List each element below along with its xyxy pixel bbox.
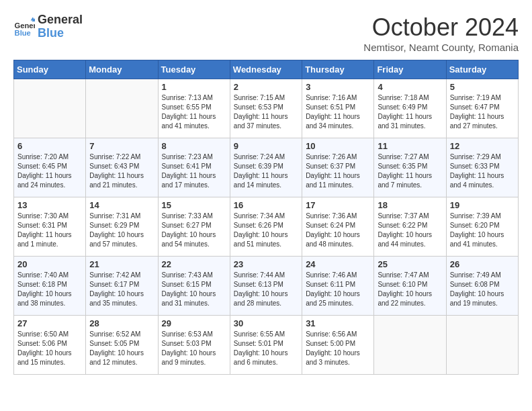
day-info: Sunrise: 7:36 AM Sunset: 6:24 PM Dayligh… (306, 212, 370, 249)
svg-text:General: General (15, 21, 35, 29)
calendar-week-1: 1Sunrise: 7:13 AM Sunset: 6:55 PM Daylig… (14, 79, 519, 138)
calendar-cell: 13Sunrise: 7:30 AM Sunset: 6:31 PM Dayli… (14, 197, 86, 257)
calendar-cell: 7Sunrise: 7:22 AM Sunset: 6:43 PM Daylig… (86, 138, 158, 197)
calendar-header-thursday: Thursday (302, 60, 374, 79)
day-info: Sunrise: 6:52 AM Sunset: 5:05 PM Dayligh… (89, 330, 154, 367)
day-number: 23 (234, 259, 298, 269)
day-number: 30 (234, 318, 298, 328)
calendar-cell: 17Sunrise: 7:36 AM Sunset: 6:24 PM Dayli… (302, 197, 374, 257)
day-number: 4 (378, 82, 442, 92)
day-info: Sunrise: 6:56 AM Sunset: 5:00 PM Dayligh… (306, 330, 370, 367)
day-number: 16 (234, 200, 298, 210)
day-info: Sunrise: 7:20 AM Sunset: 6:45 PM Dayligh… (17, 152, 82, 190)
calendar-cell: 4Sunrise: 7:18 AM Sunset: 6:49 PM Daylig… (374, 79, 446, 138)
logo-blue: Blue (38, 27, 83, 40)
calendar-header-sunday: Sunday (14, 60, 86, 79)
day-number: 5 (450, 82, 515, 92)
day-info: Sunrise: 7:16 AM Sunset: 6:51 PM Dayligh… (306, 93, 370, 131)
logo-general: General (38, 13, 83, 27)
day-number: 6 (17, 141, 82, 151)
month-title: October 2024 (363, 13, 519, 42)
day-info: Sunrise: 7:33 AM Sunset: 6:27 PM Dayligh… (162, 212, 226, 249)
day-info: Sunrise: 6:53 AM Sunset: 5:03 PM Dayligh… (162, 330, 226, 367)
calendar-cell: 28Sunrise: 6:52 AM Sunset: 5:05 PM Dayli… (86, 316, 158, 375)
calendar-cell: 18Sunrise: 7:37 AM Sunset: 6:22 PM Dayli… (374, 197, 446, 257)
day-number: 17 (306, 200, 370, 210)
calendar-cell: 1Sunrise: 7:13 AM Sunset: 6:55 PM Daylig… (158, 79, 230, 138)
day-info: Sunrise: 7:29 AM Sunset: 6:33 PM Dayligh… (450, 152, 515, 190)
day-number: 1 (162, 82, 226, 92)
calendar-cell: 6Sunrise: 7:20 AM Sunset: 6:45 PM Daylig… (14, 138, 86, 197)
calendar-header-friday: Friday (374, 60, 446, 79)
day-number: 13 (17, 200, 82, 210)
calendar-cell: 14Sunrise: 7:31 AM Sunset: 6:29 PM Dayli… (86, 197, 158, 257)
calendar-cell: 16Sunrise: 7:34 AM Sunset: 6:26 PM Dayli… (230, 197, 302, 257)
day-number: 8 (162, 141, 226, 151)
day-info: Sunrise: 6:50 AM Sunset: 5:06 PM Dayligh… (17, 330, 82, 367)
day-number: 22 (162, 259, 226, 269)
day-number: 28 (89, 318, 154, 328)
calendar-week-5: 27Sunrise: 6:50 AM Sunset: 5:06 PM Dayli… (14, 316, 519, 375)
page-header: General Blue General Blue October 2024 N… (13, 13, 519, 53)
calendar-cell: 21Sunrise: 7:42 AM Sunset: 6:17 PM Dayli… (86, 257, 158, 316)
day-info: Sunrise: 7:44 AM Sunset: 6:13 PM Dayligh… (234, 271, 298, 308)
calendar-cell: 24Sunrise: 7:46 AM Sunset: 6:11 PM Dayli… (302, 257, 374, 316)
calendar-cell: 11Sunrise: 7:27 AM Sunset: 6:35 PM Dayli… (374, 138, 446, 197)
day-number: 24 (306, 259, 370, 269)
calendar-cell: 29Sunrise: 6:53 AM Sunset: 5:03 PM Dayli… (158, 316, 230, 375)
day-number: 29 (162, 318, 226, 328)
calendar-cell: 10Sunrise: 7:26 AM Sunset: 6:37 PM Dayli… (302, 138, 374, 197)
calendar-cell: 30Sunrise: 6:55 AM Sunset: 5:01 PM Dayli… (230, 316, 302, 375)
calendar-cell: 9Sunrise: 7:24 AM Sunset: 6:39 PM Daylig… (230, 138, 302, 197)
day-info: Sunrise: 7:22 AM Sunset: 6:43 PM Dayligh… (89, 152, 154, 190)
day-number: 3 (306, 82, 370, 92)
day-number: 10 (306, 141, 370, 151)
calendar-header-row: SundayMondayTuesdayWednesdayThursdayFrid… (14, 60, 519, 79)
calendar-cell: 27Sunrise: 6:50 AM Sunset: 5:06 PM Dayli… (14, 316, 86, 375)
day-info: Sunrise: 7:47 AM Sunset: 6:10 PM Dayligh… (378, 271, 442, 308)
calendar-cell (14, 79, 86, 138)
title-area: October 2024 Nemtisor, Neamt County, Rom… (363, 13, 519, 53)
day-info: Sunrise: 7:40 AM Sunset: 6:18 PM Dayligh… (17, 271, 82, 308)
calendar-cell: 15Sunrise: 7:33 AM Sunset: 6:27 PM Dayli… (158, 197, 230, 257)
calendar-cell: 31Sunrise: 6:56 AM Sunset: 5:00 PM Dayli… (302, 316, 374, 375)
day-info: Sunrise: 7:13 AM Sunset: 6:55 PM Dayligh… (162, 93, 226, 131)
calendar-cell (86, 79, 158, 138)
calendar-week-4: 20Sunrise: 7:40 AM Sunset: 6:18 PM Dayli… (14, 257, 519, 316)
calendar-cell: 20Sunrise: 7:40 AM Sunset: 6:18 PM Dayli… (14, 257, 86, 316)
calendar-cell: 19Sunrise: 7:39 AM Sunset: 6:20 PM Dayli… (446, 197, 518, 257)
day-info: Sunrise: 7:15 AM Sunset: 6:53 PM Dayligh… (234, 93, 298, 131)
day-info: Sunrise: 7:30 AM Sunset: 6:31 PM Dayligh… (17, 212, 82, 249)
calendar-header-saturday: Saturday (446, 60, 518, 79)
day-info: Sunrise: 7:49 AM Sunset: 6:08 PM Dayligh… (450, 271, 515, 308)
calendar-cell (446, 316, 518, 375)
calendar-week-3: 13Sunrise: 7:30 AM Sunset: 6:31 PM Dayli… (14, 197, 519, 257)
calendar-header-tuesday: Tuesday (158, 60, 230, 79)
day-number: 27 (17, 318, 82, 328)
day-number: 20 (17, 259, 82, 269)
day-number: 26 (450, 259, 515, 269)
day-info: Sunrise: 7:27 AM Sunset: 6:35 PM Dayligh… (378, 152, 442, 190)
day-info: Sunrise: 7:42 AM Sunset: 6:17 PM Dayligh… (89, 271, 154, 308)
calendar-week-2: 6Sunrise: 7:20 AM Sunset: 6:45 PM Daylig… (14, 138, 519, 197)
day-info: Sunrise: 7:46 AM Sunset: 6:11 PM Dayligh… (306, 271, 370, 308)
day-number: 2 (234, 82, 298, 92)
calendar-cell: 22Sunrise: 7:43 AM Sunset: 6:15 PM Dayli… (158, 257, 230, 316)
day-info: Sunrise: 7:43 AM Sunset: 6:15 PM Dayligh… (162, 271, 226, 308)
day-number: 19 (450, 200, 515, 210)
day-number: 25 (378, 259, 442, 269)
calendar-cell: 25Sunrise: 7:47 AM Sunset: 6:10 PM Dayli… (374, 257, 446, 316)
day-number: 15 (162, 200, 226, 210)
logo: General Blue General Blue (13, 13, 83, 40)
calendar-cell: 2Sunrise: 7:15 AM Sunset: 6:53 PM Daylig… (230, 79, 302, 138)
calendar-cell: 5Sunrise: 7:19 AM Sunset: 6:47 PM Daylig… (446, 79, 518, 138)
day-number: 31 (306, 318, 370, 328)
calendar-cell: 26Sunrise: 7:49 AM Sunset: 6:08 PM Dayli… (446, 257, 518, 316)
day-info: Sunrise: 7:37 AM Sunset: 6:22 PM Dayligh… (378, 212, 442, 249)
day-number: 18 (378, 200, 442, 210)
day-number: 14 (89, 200, 154, 210)
day-number: 12 (450, 141, 515, 151)
day-info: Sunrise: 7:39 AM Sunset: 6:20 PM Dayligh… (450, 212, 515, 249)
day-info: Sunrise: 7:31 AM Sunset: 6:29 PM Dayligh… (89, 212, 154, 249)
day-info: Sunrise: 6:55 AM Sunset: 5:01 PM Dayligh… (234, 330, 298, 367)
